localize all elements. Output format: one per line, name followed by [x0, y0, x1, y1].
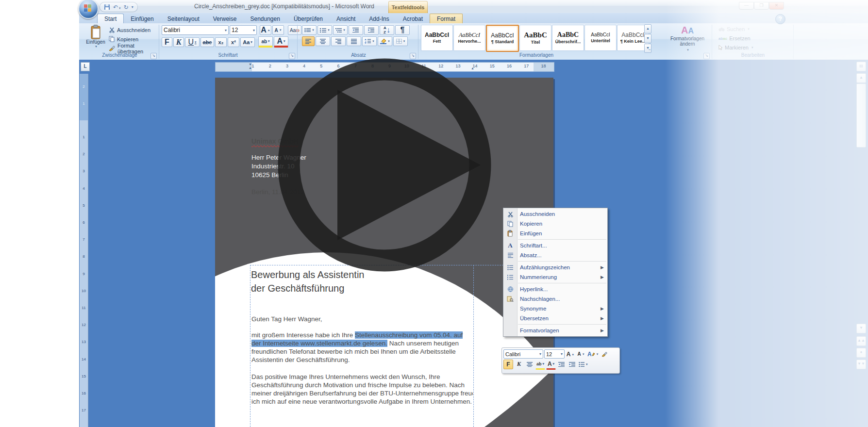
menu-item-kopieren[interactable]: Kopieren — [503, 219, 607, 229]
style-card-titel[interactable]: AaBbCTitel — [519, 25, 551, 51]
menu-item-formatvorlagen[interactable]: Formatvorlagen▶ — [503, 326, 607, 335]
italic-button[interactable]: K — [173, 37, 184, 47]
numbering-button[interactable]: ▾ — [317, 25, 332, 35]
font-name-combo[interactable]: Calibri▾ — [162, 25, 229, 35]
tab-sendungen[interactable]: Sendungen — [243, 14, 286, 23]
tab-seitenlayout[interactable]: Seitenlayout — [161, 14, 206, 23]
video-play-button[interactable] — [272, 44, 500, 291]
mini-italic-button[interactable]: K — [514, 360, 524, 369]
paste-label: Einfügen — [86, 39, 105, 45]
save-icon[interactable] — [104, 4, 110, 10]
menu-item-absatz[interactable]: Absatz... — [503, 250, 607, 260]
style-sample: AaBbC — [557, 32, 579, 38]
clipboard-dialog-launcher[interactable]: ↘ — [150, 53, 157, 59]
mini-decrease-indent-button[interactable] — [557, 360, 567, 369]
undo-icon[interactable]: ↶▾ — [113, 4, 121, 10]
style-name: Überschrif... — [555, 39, 581, 44]
mini-increase-indent-button[interactable] — [568, 360, 577, 369]
scrollbar-thumb[interactable] — [856, 83, 866, 148]
styles-dialog-launcher[interactable]: ↘ — [703, 53, 710, 59]
style-sample: AaBbCcI — [491, 33, 514, 38]
style-card-untertitel[interactable]: AaBbCcIUntertitel — [584, 25, 617, 51]
redo-icon[interactable]: ↻ — [124, 4, 129, 10]
maximize-button[interactable]: ❐ — [754, 2, 769, 10]
superscript-button[interactable]: x² — [228, 37, 239, 47]
mini-styles-button[interactable]: A▾ — [587, 349, 599, 359]
change-styles-button[interactable]: AA Formatvorlagen ändern▾ — [669, 25, 706, 52]
format-painter-button[interactable]: Format übertragen — [109, 44, 158, 52]
clear-formatting-button[interactable]: Aa — [288, 25, 301, 35]
menu-item-einfügen[interactable]: Einfügen — [503, 229, 607, 238]
change-case-button[interactable]: Aa▾ — [240, 37, 255, 47]
mini-size-combo[interactable]: 12▾ — [544, 349, 565, 359]
ruler-toggle-icon[interactable]: ▤ — [856, 62, 866, 71]
tab-ansicht[interactable]: Ansicht — [330, 14, 362, 23]
tab-einfügen[interactable]: Einfügen — [124, 14, 160, 23]
mini-center-button[interactable] — [525, 360, 534, 369]
pilcrow-button[interactable]: ¶ — [395, 25, 410, 35]
gallery-more-icon[interactable]: ▼̲ — [644, 44, 651, 53]
tab-format[interactable]: Format — [430, 14, 463, 23]
copy-button[interactable]: Kopieren — [109, 35, 158, 43]
underline-button[interactable]: U▾ — [185, 37, 200, 47]
vertical-ruler[interactable]: 211234567891011121314151617 — [80, 74, 88, 427]
minimize-button[interactable]: — — [739, 2, 754, 10]
cut-button[interactable]: Ausschneiden — [109, 26, 158, 34]
strikethrough-button[interactable]: abe — [200, 37, 214, 47]
scissors-icon — [503, 211, 517, 217]
sort-button[interactable]: AZ↓ — [380, 25, 394, 35]
scroll-up-icon[interactable]: ▲ — [856, 73, 866, 83]
next-page-icon[interactable]: ▼▼ — [856, 360, 866, 369]
menu-item-synonyme[interactable]: Synonyme▶ — [503, 304, 607, 313]
menu-item-nummerierung[interactable]: Nummerierung▶ — [503, 272, 607, 282]
style-card-überschrif[interactable]: AaBbCÜberschrif... — [552, 25, 584, 51]
previous-page-icon[interactable]: ▲▲ — [856, 336, 866, 346]
menu-item-übersetzen[interactable]: Übersetzen▶ — [503, 313, 607, 323]
tab-verweise[interactable]: Verweise — [206, 14, 244, 23]
mini-bold-button[interactable]: F — [503, 360, 513, 369]
help-icon[interactable]: ? — [775, 14, 785, 24]
bullets-button[interactable]: ▾ — [302, 25, 317, 35]
tab-start[interactable]: Start — [97, 14, 124, 23]
tab-überprüfen[interactable]: Überprüfen — [287, 14, 330, 23]
multilevel-list-button[interactable]: ▾ — [333, 25, 348, 35]
decrease-indent-button[interactable] — [349, 25, 363, 35]
bold-button[interactable]: F — [162, 37, 172, 47]
mini-font-color-button[interactable]: A▾ — [546, 359, 556, 370]
select-browse-object-icon[interactable]: ● — [856, 348, 866, 358]
mini-shrink-font-button[interactable]: A▼ — [576, 349, 586, 359]
vertical-scrollbar[interactable]: ▤ ▲ ▼ ▲▲ ● ▼▼ — [856, 62, 866, 426]
gallery-down-icon[interactable]: ▼ — [644, 34, 651, 43]
mini-grow-font-button[interactable]: A▲ — [566, 349, 575, 359]
mini-bullets-button[interactable]: ▾ — [578, 360, 588, 369]
menu-separator — [518, 261, 606, 262]
menu-item-hyperlink[interactable]: Hyperlink... — [503, 284, 607, 294]
subscript-button[interactable]: x₂ — [215, 37, 227, 47]
paste-dropdown-icon[interactable]: ▾ — [95, 45, 97, 49]
menu-item-ausschneiden[interactable]: Ausschneiden — [503, 209, 607, 219]
grow-font-button[interactable]: A▲ — [260, 25, 271, 35]
menu-item-schriftart[interactable]: ASchriftart... — [503, 241, 607, 250]
font-size-combo[interactable]: 12▾ — [230, 25, 257, 35]
find-button[interactable]: Suchen▾ — [718, 25, 753, 33]
replace-button[interactable]: abac Ersetzen — [718, 34, 753, 43]
mini-font-combo[interactable]: Calibri▾ — [503, 349, 543, 359]
qat-customize-icon[interactable]: ▾ — [132, 5, 134, 9]
mini-format-painter-button[interactable] — [600, 349, 609, 359]
paste-button[interactable]: Einfügen ▾ — [84, 25, 107, 55]
tab-acrobat[interactable]: Acrobat — [396, 14, 430, 23]
select-button[interactable]: Markieren▾ — [718, 43, 753, 52]
shrink-font-button[interactable]: A▼ — [272, 25, 284, 35]
highlight-color-button[interactable]: ab▾ — [258, 36, 273, 48]
mini-highlight-button[interactable]: ab▾ — [535, 359, 545, 370]
scroll-down-icon[interactable]: ▼ — [856, 324, 866, 333]
close-button[interactable]: ✕ — [769, 2, 784, 10]
mini-toolbar: Calibri▾ 12▾ A▲ A▼ A▾ F K ab▾ A▾ ▾ — [501, 347, 620, 374]
menu-separator — [518, 239, 606, 240]
menu-item-aufzählungszeichen[interactable]: Aufzählungszeichen▶ — [503, 263, 607, 272]
gallery-up-icon[interactable]: ▲ — [644, 24, 651, 33]
menu-item-nachschlagen[interactable]: Nachschlagen... — [503, 294, 607, 304]
tab-add-ins[interactable]: Add-Ins — [362, 14, 396, 23]
increase-indent-button[interactable] — [364, 25, 379, 35]
tab-selector-button[interactable]: L — [81, 62, 90, 71]
